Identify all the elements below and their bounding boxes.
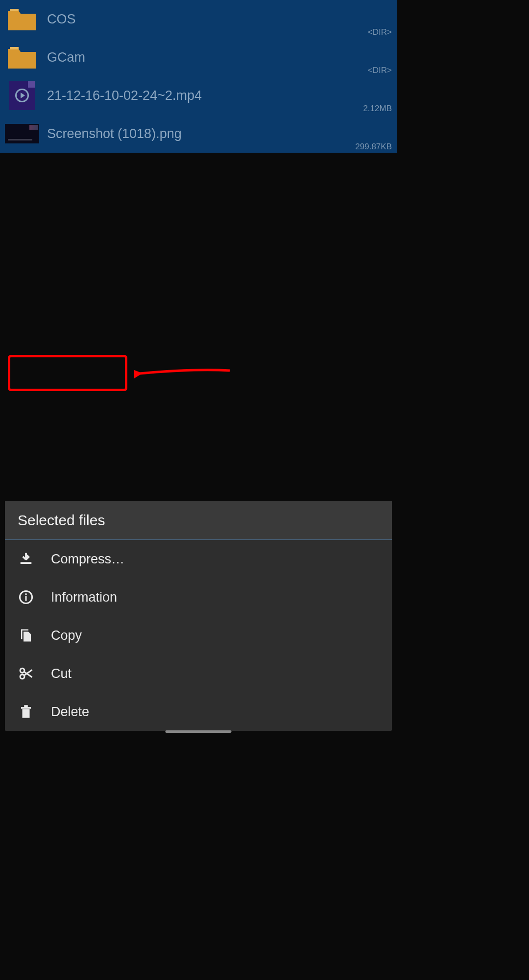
menu-item-delete[interactable]: Delete: [5, 693, 392, 731]
menu-item-label: Cut: [51, 666, 72, 681]
svg-point-4: [25, 593, 27, 595]
file-size: 2.12MB: [363, 104, 392, 114]
video-file-icon: [5, 81, 39, 110]
file-item-video[interactable]: 21-12-16-10-02-24~2.mp4 2.12MB: [0, 76, 397, 115]
menu-item-copy[interactable]: Copy: [5, 616, 392, 654]
image-thumbnail-icon: [5, 119, 39, 148]
file-name: 21-12-16-10-02-24~2.mp4: [47, 88, 392, 103]
svg-rect-5: [25, 596, 27, 601]
navigation-handle[interactable]: [166, 730, 232, 733]
file-name: Screenshot (1018).png: [47, 126, 392, 141]
context-menu: Selected files Compress… Information: [5, 501, 392, 731]
file-size: 299.87KB: [355, 142, 392, 152]
menu-item-label: Copy: [51, 628, 82, 643]
menu-item-label: Compress…: [51, 552, 124, 567]
menu-header: Selected files: [5, 501, 392, 540]
annotation-arrow: [134, 365, 232, 384]
scissors-icon: [18, 665, 34, 682]
file-name: GCam: [47, 50, 392, 65]
annotation-highlight-box: [8, 355, 127, 391]
menu-item-information[interactable]: Information: [5, 578, 392, 616]
menu-item-cut[interactable]: Cut: [5, 654, 392, 693]
copy-icon: [18, 627, 34, 644]
info-icon: [18, 589, 34, 606]
menu-item-label: Delete: [51, 704, 89, 720]
file-list: COS <DIR> GCam <DIR> 21-12-16-10-02-24~2…: [0, 0, 397, 153]
file-size: <DIR>: [368, 27, 392, 37]
folder-icon: [5, 4, 39, 34]
svg-point-7: [20, 675, 24, 679]
download-icon: [18, 551, 34, 567]
file-size: <DIR>: [368, 66, 392, 75]
file-item-image[interactable]: Screenshot (1018).png 299.87KB: [0, 115, 397, 153]
svg-rect-9: [24, 705, 28, 707]
svg-rect-1: [10, 47, 19, 49]
menu-item-label: Information: [51, 590, 117, 605]
svg-rect-8: [21, 707, 31, 709]
trash-icon: [18, 703, 34, 720]
menu-item-compress[interactable]: Compress…: [5, 540, 392, 578]
svg-point-6: [20, 668, 24, 673]
svg-rect-0: [10, 9, 19, 11]
svg-rect-2: [21, 562, 32, 564]
file-item-folder[interactable]: COS <DIR>: [0, 0, 397, 38]
folder-icon: [5, 43, 39, 72]
file-item-folder[interactable]: GCam <DIR>: [0, 38, 397, 76]
file-name: COS: [47, 12, 392, 27]
